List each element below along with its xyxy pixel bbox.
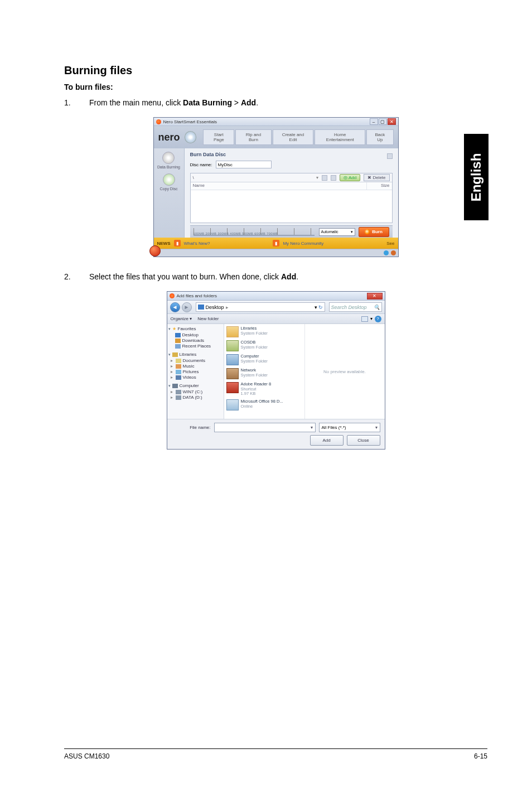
side-recent-label: Recent Places bbox=[182, 344, 211, 349]
nero-window: Nero StartSmart Essentials – ▢ ✕ nero St… bbox=[153, 117, 399, 257]
filetype-select[interactable]: All Files (*.*)▾ bbox=[319, 423, 380, 432]
burn-button[interactable]: Burn bbox=[359, 227, 389, 237]
side-downloads[interactable]: Downloads bbox=[168, 338, 223, 343]
footer-right: 6-15 bbox=[474, 752, 487, 760]
file-libraries[interactable]: LibrariesSystem Folder bbox=[226, 326, 302, 337]
step-2-bold: Add bbox=[281, 272, 296, 281]
page-footer: ASUS CM1630 6-15 bbox=[64, 748, 487, 760]
delete-button[interactable]: ✖ Delete bbox=[364, 174, 389, 181]
file-computer-sub: System Folder bbox=[241, 359, 268, 364]
subsection-title: To burn files: bbox=[64, 83, 487, 91]
file-list-area: \ ▾ ◎ Add ✖ Delete Name Size bbox=[190, 173, 393, 223]
capacity-bar: Automatic▾ Burn bbox=[190, 225, 393, 238]
side-documents-label: Documents bbox=[183, 358, 205, 363]
nero-sidebar: Data Burning Copy Disc bbox=[154, 148, 185, 238]
step-1: 1. From the main menu, click Data Burnin… bbox=[64, 97, 487, 109]
nav-forward-button[interactable]: ► bbox=[182, 302, 192, 312]
side-downloads-label: Downloads bbox=[182, 338, 205, 343]
recent-places-icon bbox=[175, 344, 181, 349]
step-2-number: 2. bbox=[64, 271, 89, 283]
file-computer-icon bbox=[226, 354, 239, 365]
sidebar-data-burning[interactable]: Data Burning bbox=[157, 152, 180, 169]
breadcrumb-dropdown-icon[interactable]: ▾ bbox=[315, 305, 317, 310]
side-drive-d[interactable]: ▸DATA (D:) bbox=[168, 395, 223, 400]
file-network-icon bbox=[226, 368, 239, 379]
file-cosdb-sub: System Folder bbox=[241, 345, 268, 350]
dialog-close-button-footer[interactable]: Close bbox=[347, 435, 380, 446]
filename-input[interactable]: ▾ bbox=[214, 423, 316, 432]
libraries-icon bbox=[172, 352, 178, 357]
sidebar-copy-disc[interactable]: Copy Disc bbox=[160, 173, 178, 191]
desktop-icon bbox=[198, 305, 204, 310]
column-size[interactable]: Size bbox=[367, 182, 392, 190]
file-msoffice-icon bbox=[226, 399, 239, 410]
side-drive-c-label: WIN7 (C:) bbox=[183, 389, 203, 394]
tab-home-entertainment[interactable]: Home Entertainment bbox=[315, 129, 365, 145]
history-dropdown[interactable]: ▾ bbox=[316, 175, 318, 180]
close-button[interactable]: ✕ bbox=[388, 118, 396, 125]
tab-start-page[interactable]: Start Page bbox=[203, 129, 234, 145]
add-button[interactable]: ◎ Add bbox=[340, 174, 360, 181]
maximize-button[interactable]: ▢ bbox=[379, 118, 387, 125]
column-name[interactable]: Name bbox=[191, 182, 367, 190]
view-icon[interactable] bbox=[331, 175, 336, 181]
disc-type-value: Automatic bbox=[321, 230, 338, 234]
file-ms-office[interactable]: Microsoft Office 98 D...Online bbox=[226, 399, 302, 410]
computer-icon bbox=[172, 384, 178, 388]
group-libraries[interactable]: Libraries bbox=[168, 352, 223, 357]
group-favorites[interactable]: ★Favorites bbox=[168, 326, 223, 331]
side-documents[interactable]: ▸Documents bbox=[168, 358, 223, 363]
file-network[interactable]: NetworkSystem Folder bbox=[226, 368, 302, 379]
side-pictures[interactable]: ▸Pictures bbox=[168, 369, 223, 374]
tab-create-and-edit[interactable]: Create and Edit bbox=[273, 129, 313, 145]
new-folder-button[interactable]: New folder bbox=[197, 316, 219, 321]
disc-type-select[interactable]: Automatic▾ bbox=[319, 228, 355, 236]
dialog-sidebar: ★Favorites Desktop Downloads Recent Plac… bbox=[167, 324, 224, 419]
language-tab-text: English bbox=[468, 153, 484, 201]
view-mode-button[interactable] bbox=[361, 316, 368, 322]
side-music[interactable]: ▸Music bbox=[168, 364, 223, 369]
sidebar-copy-disc-label: Copy Disc bbox=[160, 187, 178, 191]
nav-back-button[interactable]: ◄ bbox=[170, 302, 180, 312]
dialog-close-button[interactable]: ✕ bbox=[367, 293, 383, 299]
news-see-link[interactable]: See bbox=[386, 241, 394, 246]
group-computer[interactable]: Computer bbox=[168, 383, 223, 388]
disc-name-input[interactable]: MyDisc bbox=[216, 161, 272, 168]
breadcrumb[interactable]: Desktop ▸ ▾ ↻ bbox=[196, 302, 325, 312]
dialog-title: Add files and folders bbox=[177, 293, 367, 298]
nero-header: nero Start Page Rip and Burn Create and … bbox=[154, 126, 398, 148]
up-icon[interactable] bbox=[322, 175, 327, 181]
tab-rip-and-burn[interactable]: Rip and Burn bbox=[235, 129, 272, 145]
rss-icon-2[interactable]: ▮ bbox=[273, 240, 279, 247]
tab-back-up[interactable]: Back Up bbox=[366, 129, 393, 145]
organize-button[interactable]: Organize ▾ bbox=[171, 316, 192, 321]
side-desktop-label: Desktop bbox=[182, 332, 199, 337]
side-drive-c[interactable]: ▸WIN7 (C:) bbox=[168, 389, 223, 394]
file-network-sub: System Folder bbox=[241, 373, 268, 378]
nero-main: Burn Data Disc Disc name: MyDisc \ ▾ bbox=[185, 148, 398, 238]
file-libraries-sub: System Folder bbox=[241, 331, 268, 336]
file-computer[interactable]: ComputerSystem Folder bbox=[226, 354, 302, 365]
minimize-button[interactable]: – bbox=[370, 118, 378, 125]
file-cosdb[interactable]: COSDBSystem Folder bbox=[226, 340, 302, 351]
rss-icon[interactable]: ▮ bbox=[174, 240, 181, 247]
search-input[interactable]: Search Desktop 🔍 bbox=[329, 302, 382, 312]
news-link-community[interactable]: My Nero Community bbox=[283, 241, 323, 246]
step-1-number: 1. bbox=[64, 97, 89, 109]
step-1-bold-1: Data Burning bbox=[183, 98, 232, 107]
file-adobe-reader[interactable]: Adobe Reader 8Shortcut1.97 KB bbox=[226, 382, 302, 397]
news-link-whats-new[interactable]: What's New? bbox=[184, 241, 210, 246]
side-recent[interactable]: Recent Places bbox=[168, 344, 223, 349]
side-videos[interactable]: ▸Videos bbox=[168, 375, 223, 380]
desktop-small-icon bbox=[175, 333, 181, 337]
dialog-add-button[interactable]: Add bbox=[310, 435, 344, 446]
nero-title: Nero StartSmart Essentials bbox=[163, 119, 370, 124]
burn-button-label: Burn bbox=[372, 229, 383, 234]
side-desktop[interactable]: Desktop bbox=[168, 332, 223, 337]
help-icon[interactable]: ? bbox=[375, 316, 381, 322]
view-dropdown-icon[interactable]: ▾ bbox=[370, 316, 373, 321]
expand-icon[interactable] bbox=[387, 153, 393, 159]
delete-button-label: Delete bbox=[373, 175, 385, 180]
section-title: Burning files bbox=[64, 64, 487, 77]
refresh-icon[interactable]: ↻ bbox=[318, 305, 323, 310]
